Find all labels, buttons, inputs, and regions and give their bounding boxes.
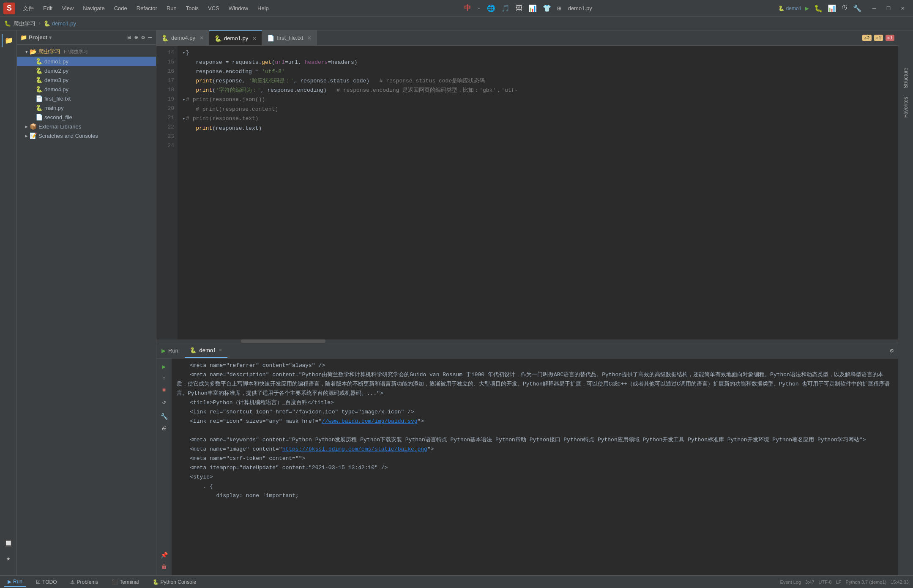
file-tree-actions: ⊟ ⊕ ⚙ — xyxy=(126,33,153,42)
tab-demo1[interactable]: 🐍 demo1.py ✕ xyxy=(209,30,262,45)
run-delete-btn[interactable]: 🗑 xyxy=(158,561,170,572)
chinese-icon[interactable]: 中 xyxy=(462,3,473,14)
structure-label[interactable]: Structure xyxy=(901,64,910,92)
line-numbers: 14 15 16 17 18 19 20 21 22 23 24 xyxy=(156,46,178,339)
tree-file-demo1[interactable]: 🐍 demo1.py xyxy=(17,57,156,66)
run-stop-btn[interactable]: ■ xyxy=(158,385,170,396)
bottom-run-label: Run xyxy=(13,579,22,585)
editor-scrollbar[interactable] xyxy=(156,339,898,343)
sidebar-icon-project[interactable]: 📁 xyxy=(2,34,15,47)
tree-file-main[interactable]: 🐍 main.py xyxy=(17,103,156,112)
tree-external-libs[interactable]: ▸ 📦 External Libraries xyxy=(17,122,156,131)
tab-first-close[interactable]: ✕ xyxy=(307,35,312,41)
run-scroll-up-btn[interactable]: ↑ xyxy=(158,373,170,384)
sidebar-icon-structure[interactable]: 🔲 xyxy=(2,536,15,550)
mic-icon[interactable]: 🌐 xyxy=(485,3,497,14)
run-wrench-btn[interactable]: 🔧 xyxy=(158,411,170,422)
run-config[interactable]: 🐍 demo1 xyxy=(778,5,801,11)
tree-settings-btn[interactable]: ⚙ xyxy=(140,33,145,42)
file-tree-panel: 📁 Project ▾ ⊟ ⊕ ⚙ — ▾ 📂 爬虫学习 E:\爬虫学习 xyxy=(17,30,156,575)
tab-demo4-label: demo4.py xyxy=(171,35,195,41)
close-button[interactable]: ✕ xyxy=(896,3,910,14)
file-demo1-icon: 🐍 xyxy=(36,58,43,65)
editor-scrollbar-thumb[interactable] xyxy=(241,339,325,343)
coverage-button[interactable]: 📊 xyxy=(826,3,838,14)
menu-code[interactable]: Code xyxy=(110,3,131,13)
menu-vcs[interactable]: VCS xyxy=(204,3,224,13)
maximize-button[interactable]: □ xyxy=(882,3,895,14)
bottom-tab-run[interactable]: ▶ Run xyxy=(4,577,26,587)
debug-button[interactable]: 🐛 xyxy=(812,3,824,14)
status-lineending: LF xyxy=(836,580,842,585)
run-rerun-btn[interactable]: ↺ xyxy=(158,397,170,407)
run-tab-run[interactable]: ▶ Run: xyxy=(156,343,185,358)
status-time: 15:42:03 xyxy=(891,580,909,585)
sound-icon[interactable]: 🎵 xyxy=(500,3,511,14)
breadcrumb-file[interactable]: 🐍 demo1.py xyxy=(44,20,76,27)
tree-root-folder[interactable]: ▾ 📂 爬虫学习 E:\爬虫学习 xyxy=(17,46,156,57)
menu-edit[interactable]: Edit xyxy=(39,3,57,13)
lang-icon[interactable]: · xyxy=(475,4,483,13)
run-tab-demo1[interactable]: 🐍 demo1 ✕ xyxy=(185,343,227,358)
code-content: 14 15 16 17 18 19 20 21 22 23 24 ▾} resp… xyxy=(156,46,898,339)
code-text[interactable]: ▾} response = requests.get(url=url, head… xyxy=(178,46,898,339)
tab-demo4-close[interactable]: ✕ xyxy=(200,35,204,41)
tree-file-first[interactable]: 📄 first_file.txt xyxy=(17,94,156,103)
menu-tools[interactable]: Tools xyxy=(182,3,203,13)
table-icon[interactable]: 📊 xyxy=(527,3,539,14)
menu-run[interactable]: Run xyxy=(162,3,181,13)
warning-badge-1: ⚠1 xyxy=(874,35,883,41)
code-editor[interactable]: 14 15 16 17 18 19 20 21 22 23 24 ▾} resp… xyxy=(156,46,898,343)
event-log-btn[interactable]: Event Log xyxy=(780,580,801,585)
bottom-tab-python-console[interactable]: 🐍 Python Console xyxy=(149,577,200,587)
run-button[interactable]: ▶ xyxy=(803,3,811,14)
tab-demo1-close[interactable]: ✕ xyxy=(252,36,257,41)
menu-view[interactable]: View xyxy=(57,3,78,13)
run-settings-btn[interactable]: ⚙ xyxy=(889,347,894,355)
file-tree-header: 📁 Project ▾ ⊟ ⊕ ⚙ — xyxy=(17,30,156,45)
run-tabs-right: ⚙ xyxy=(889,347,898,354)
run-tab-demo1-close[interactable]: ✕ xyxy=(219,347,222,353)
collapse-tree-btn[interactable]: ⊟ xyxy=(126,33,131,42)
title-center: 中 · 🌐 🎵 🖼 📊 👕 ⊞ demo1.py xyxy=(459,3,592,14)
tree-file-demo3[interactable]: 🐍 demo3.py xyxy=(17,75,156,85)
locate-file-btn[interactable]: ⊕ xyxy=(134,33,139,42)
tree-scratches[interactable]: ▸ 📝 Scratches and Consoles xyxy=(17,131,156,140)
tree-minimize-btn[interactable]: — xyxy=(148,33,153,42)
tree-file-demo2[interactable]: 🐍 demo2.py xyxy=(17,66,156,75)
file-demo3-icon: 🐍 xyxy=(36,77,43,83)
bottom-tab-problems[interactable]: ⚠ Problems xyxy=(67,577,101,587)
external-libs-label: External Libraries xyxy=(38,123,81,130)
title-bar-left: S 文件 Edit View Navigate Code Refactor Ru… xyxy=(0,3,273,14)
tree-file-demo4[interactable]: 🐍 demo4.py xyxy=(17,85,156,94)
profile-button[interactable]: ⏱ xyxy=(839,3,850,13)
run-toolbar: ▶ ↑ ■ ↺ 🔧 🖨 📌 🗑 xyxy=(156,358,172,575)
minimize-button[interactable]: — xyxy=(867,3,881,14)
file-second-label: second_file xyxy=(44,114,72,120)
favorites-label[interactable]: Favorites xyxy=(901,93,910,121)
run-print-btn[interactable]: 🖨 xyxy=(158,423,170,434)
menu-navigate[interactable]: Navigate xyxy=(79,3,109,13)
error-badge: ✕1 xyxy=(886,35,894,41)
tools-button[interactable]: 🔧 xyxy=(851,3,863,14)
run-play-btn[interactable]: ▶ xyxy=(158,361,170,372)
root-folder-icon: 📂 xyxy=(30,48,37,55)
menu-refactor[interactable]: Refactor xyxy=(132,3,161,13)
tab-demo4[interactable]: 🐍 demo4.py ✕ xyxy=(156,30,209,45)
tree-file-second[interactable]: 📄 second_file xyxy=(17,112,156,122)
breadcrumb-root[interactable]: 爬虫学习 xyxy=(14,20,36,27)
tab-first-file[interactable]: 📄 first_file.txt ✕ xyxy=(262,30,317,45)
editor-tabs-right: ⚠2 ⚠1 ✕1 xyxy=(862,35,898,41)
shirt-icon[interactable]: 👕 xyxy=(541,3,553,14)
menu-file[interactable]: 文件 xyxy=(19,3,38,14)
external-libs-chevron: ▸ xyxy=(25,124,28,129)
file-tree-title: 📁 Project ▾ xyxy=(20,34,52,41)
menu-window[interactable]: Window xyxy=(224,3,252,13)
bottom-tab-todo[interactable]: ☑ TODO xyxy=(33,577,60,587)
menu-help[interactable]: Help xyxy=(253,3,273,13)
img-icon[interactable]: 🖼 xyxy=(514,3,524,13)
run-pin-btn[interactable]: 📌 xyxy=(158,550,170,561)
bottom-tab-terminal[interactable]: ⬛ Terminal xyxy=(108,577,142,587)
grid-icon[interactable]: ⊞ xyxy=(555,3,563,14)
sidebar-icon-favorites[interactable]: ★ xyxy=(2,552,15,565)
